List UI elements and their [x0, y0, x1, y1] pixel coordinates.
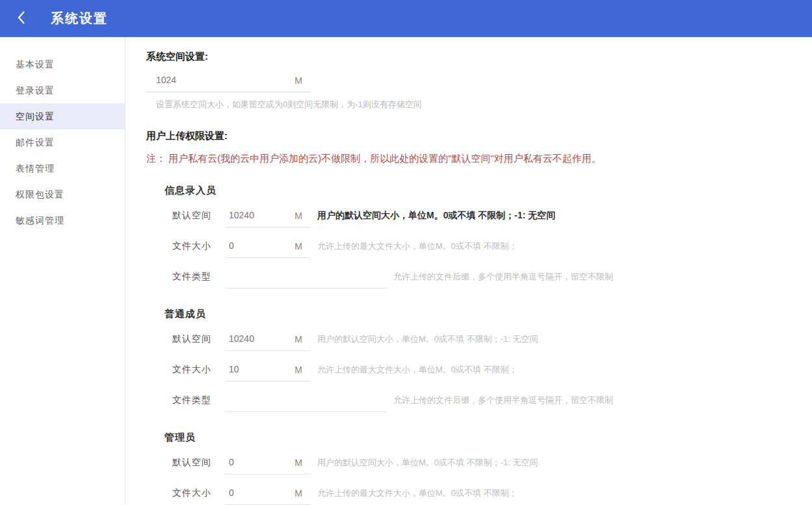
default-space-input[interactable] — [225, 210, 289, 220]
file-size-input[interactable] — [225, 240, 289, 251]
role-name: 信息录入员 — [164, 185, 812, 197]
file-size-row: 文件大小 M 允许上传的最大文件大小，单位M。0或不填 不限制； — [164, 487, 812, 505]
default-space-field: M — [225, 456, 311, 474]
sidebar-item-permission-pack[interactable]: 权限包设置 — [0, 181, 125, 207]
settings-sidebar: 基本设置 登录设置 空间设置 邮件设置 表情管理 权限包设置 敏感词管理 — [0, 37, 125, 505]
role-section-admin: 管理员 默认空间 M 用户的默认空间大小，单位M。0或不填 不限制；-1: 无空… — [164, 432, 812, 505]
file-size-input[interactable] — [225, 364, 289, 374]
page-body: 基本设置 登录设置 空间设置 邮件设置 表情管理 权限包设置 敏感词管理 系统空… — [0, 37, 812, 505]
file-size-row: 文件大小 M 允许上传的最大文件大小，单位M。0或不填 不限制； — [164, 240, 812, 258]
field-label: 文件大小 — [172, 240, 225, 258]
default-space-input[interactable] — [225, 333, 289, 344]
default-space-row: 默认空间 M 用户的默认空间大小，单位M。0或不填 不限制；-1: 无空间 — [164, 209, 812, 227]
role-name: 管理员 — [164, 432, 812, 444]
file-size-input[interactable] — [225, 487, 289, 498]
file-size-field: M — [225, 240, 311, 258]
sidebar-item-login[interactable]: 登录设置 — [0, 77, 125, 103]
field-label: 默认空间 — [172, 333, 225, 351]
back-button[interactable] — [17, 11, 30, 27]
field-hint: 用户的默认空间大小，单位M。0或不填 不限制；-1: 无空间 — [317, 210, 555, 227]
field-label: 默认空间 — [172, 457, 225, 474]
app-header: 系统设置 — [0, 0, 812, 37]
sidebar-item-basic[interactable]: 基本设置 — [0, 51, 125, 77]
role-name: 普通成员 — [164, 308, 812, 320]
default-space-field: M — [225, 209, 311, 227]
sidebar-item-sensitive-words[interactable]: 敏感词管理 — [0, 207, 125, 233]
upload-settings-label: 用户上传权限设置: — [146, 130, 812, 142]
field-label: 默认空间 — [172, 210, 225, 227]
field-label: 文件类型 — [172, 395, 225, 412]
file-type-field — [225, 394, 387, 412]
file-size-field: M — [225, 363, 311, 382]
system-space-label: 系统空间设置: — [146, 51, 812, 63]
field-label: 文件大小 — [172, 364, 225, 382]
default-space-row: 默认空间 M 用户的默认空间大小，单位M。0或不填 不限制；-1: 无空间 — [164, 333, 812, 351]
unit-label: M — [295, 241, 302, 252]
field-hint: 用户的默认空间大小，单位M。0或不填 不限制；-1: 无空间 — [317, 333, 538, 351]
field-hint: 允许上传的文件后缀，多个使用半角逗号隔开，留空不限制 — [393, 271, 613, 289]
default-space-field: M — [225, 333, 311, 351]
field-label: 文件类型 — [172, 271, 225, 289]
unit-label: M — [295, 458, 302, 468]
file-type-input[interactable] — [225, 271, 382, 281]
file-type-row: 文件类型 允许上传的文件后缀，多个使用半角逗号隔开，留空不限制 — [164, 394, 812, 412]
role-section-member: 普通成员 默认空间 M 用户的默认空间大小，单位M。0或不填 不限制；-1: 无… — [164, 308, 812, 412]
field-hint: 允许上传的最大文件大小，单位M。0或不填 不限制； — [317, 240, 517, 258]
page-title: 系统设置 — [51, 10, 108, 27]
field-hint: 允许上传的文件后缀，多个使用半角逗号隔开，留空不限制 — [393, 395, 613, 412]
field-label: 文件大小 — [172, 487, 225, 505]
file-type-input[interactable] — [225, 395, 382, 405]
upload-settings-note: 注： 用户私有云(我的云中用户添加的云)不做限制，所以此处的设置的"默认空间"对… — [146, 153, 812, 165]
system-space-hint: 设置系统空间大小，如果留空或为0则空间无限制，为-1则没有存储空间 — [146, 99, 812, 110]
unit-label: M — [295, 488, 302, 499]
unit-label: M — [295, 365, 302, 375]
system-space-input[interactable] — [146, 75, 276, 85]
settings-form: 系统空间设置: M 设置系统空间大小，如果留空或为0则空间无限制，为-1则没有存… — [125, 37, 812, 505]
file-size-field: M — [225, 487, 311, 505]
role-section-clerk: 信息录入员 默认空间 M 用户的默认空间大小，单位M。0或不填 不限制；-1: … — [164, 185, 812, 289]
system-space-unit: M — [295, 75, 302, 86]
unit-label: M — [295, 211, 302, 221]
unit-label: M — [295, 334, 302, 344]
system-space-field: M — [146, 74, 311, 92]
file-type-field — [225, 270, 387, 289]
file-type-row: 文件类型 允许上传的文件后缀，多个使用半角逗号隔开，留空不限制 — [164, 270, 812, 289]
chevron-left-icon — [17, 10, 25, 27]
field-hint: 用户的默认空间大小，单位M。0或不填 不限制；-1: 无空间 — [317, 457, 538, 474]
default-space-row: 默认空间 M 用户的默认空间大小，单位M。0或不填 不限制；-1: 无空间 — [164, 456, 812, 474]
sidebar-item-emoji[interactable]: 表情管理 — [0, 155, 125, 181]
field-hint: 允许上传的最大文件大小，单位M。0或不填 不限制； — [317, 487, 517, 505]
field-hint: 允许上传的最大文件大小，单位M。0或不填 不限制； — [317, 364, 517, 382]
default-space-input[interactable] — [225, 457, 289, 467]
sidebar-item-space[interactable]: 空间设置 — [0, 103, 125, 129]
file-size-row: 文件大小 M 允许上传的最大文件大小，单位M。0或不填 不限制； — [164, 363, 812, 382]
sidebar-item-mail[interactable]: 邮件设置 — [0, 129, 125, 155]
